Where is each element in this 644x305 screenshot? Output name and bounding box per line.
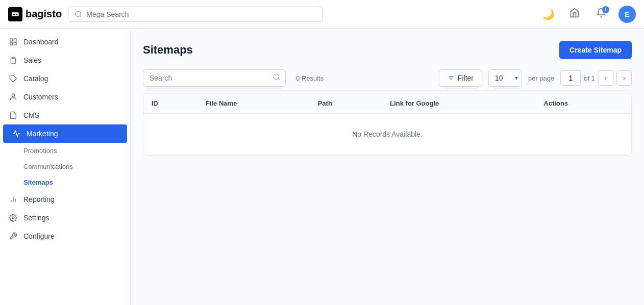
svg-point-0 — [76, 11, 81, 16]
svg-rect-2 — [14, 39, 16, 41]
notification-badge: 1 — [602, 6, 609, 13]
store-button[interactable] — [565, 5, 584, 23]
filter-icon — [448, 74, 455, 82]
svg-point-11 — [12, 217, 14, 219]
sidebar-label-dashboard: Dashboard — [23, 38, 59, 46]
sidebar: Dashboard Sales Catalog Customers CMS — [0, 29, 131, 305]
topnav-right: 🌙 1 E — [539, 5, 636, 23]
cms-icon — [8, 111, 18, 119]
sidebar-label-reporting: Reporting — [23, 195, 55, 204]
sidebar-label-cms: CMS — [23, 111, 39, 119]
settings-icon — [8, 214, 18, 222]
next-page-button[interactable]: › — [616, 70, 632, 86]
sidebar-item-customers[interactable]: Customers — [0, 88, 130, 106]
marketing-icon — [11, 130, 21, 138]
sidebar-item-catalog[interactable]: Catalog — [0, 69, 130, 88]
col-header-path: Path — [310, 93, 382, 114]
table-body: No Records Available. — [143, 114, 631, 155]
store-icon — [569, 8, 580, 20]
svg-rect-4 — [14, 42, 16, 45]
sidebar-label-customers: Customers — [23, 93, 58, 101]
sidebar-item-settings[interactable]: Settings — [0, 209, 130, 227]
notifications-button[interactable]: 1 — [592, 5, 610, 23]
page-number-input[interactable] — [560, 70, 581, 86]
col-header-file-name: File Name — [197, 93, 310, 114]
sidebar-item-dashboard[interactable]: Dashboard — [0, 33, 130, 51]
marketing-submenu: Promotions Communications Sitemaps — [0, 143, 130, 190]
search-wrap — [143, 69, 286, 87]
filter-button[interactable]: Filter — [439, 69, 482, 87]
pagination: of 1 ‹ › — [560, 70, 632, 86]
col-header-link-for-google: Link for Google — [382, 93, 535, 114]
search-input[interactable] — [143, 69, 286, 87]
sidebar-label-configure: Configure — [23, 232, 55, 240]
svg-point-7 — [12, 94, 14, 96]
page-title: Sitemaps — [143, 43, 193, 57]
search-icon — [75, 10, 82, 18]
catalog-icon — [8, 74, 18, 83]
col-header-actions: Actions — [536, 93, 631, 114]
no-records-message: No Records Available. — [352, 130, 422, 138]
sales-icon — [8, 56, 18, 64]
svg-rect-5 — [12, 57, 14, 59]
sidebar-label-sales: Sales — [23, 56, 41, 64]
sidebar-label-catalog: Catalog — [23, 74, 48, 83]
global-search-input[interactable] — [86, 10, 316, 18]
reporting-icon — [8, 195, 18, 204]
customers-icon — [8, 93, 18, 101]
data-table-wrap: ID File Name Path Link for Google Action… — [143, 93, 632, 156]
sidebar-item-cms[interactable]: CMS — [0, 106, 130, 124]
dark-mode-button[interactable]: 🌙 — [539, 5, 557, 23]
global-search-bar[interactable] — [68, 7, 323, 22]
sidebar-item-reporting[interactable]: Reporting — [0, 190, 130, 209]
svg-rect-3 — [10, 42, 13, 45]
create-sitemap-button[interactable]: Create Sitemap — [559, 41, 632, 59]
moon-icon: 🌙 — [542, 8, 555, 20]
layout: Dashboard Sales Catalog Customers CMS — [0, 29, 644, 305]
per-page-label: per page — [528, 74, 554, 82]
sidebar-item-sales[interactable]: Sales — [0, 51, 130, 69]
configure-icon — [8, 232, 18, 240]
svg-rect-1 — [10, 39, 13, 41]
logo-text: bagisto — [26, 8, 62, 20]
per-page-select[interactable]: 10 20 50 100 — [488, 69, 522, 87]
sidebar-label-marketing: Marketing — [27, 130, 58, 138]
dashboard-icon — [8, 38, 18, 46]
main-content: Sitemaps Create Sitemap 0 Results Filter — [131, 29, 644, 305]
filter-label: Filter — [458, 74, 474, 82]
submenu-item-communications[interactable]: Communications — [23, 159, 130, 174]
per-page-wrap: 10 20 50 100 — [488, 69, 522, 87]
page-header: Sitemaps Create Sitemap — [143, 41, 632, 59]
logo[interactable]: bagisto — [8, 7, 62, 21]
table-header-row: ID File Name Path Link for Google Action… — [143, 93, 631, 114]
topnav: bagisto 🌙 1 E — [0, 0, 644, 29]
table-head: ID File Name Path Link for Google Action… — [143, 93, 631, 114]
logo-icon — [8, 7, 22, 21]
sidebar-item-marketing[interactable]: Marketing — [3, 124, 127, 143]
empty-row: No Records Available. — [143, 114, 631, 155]
col-header-id: ID — [143, 93, 197, 114]
prev-page-button[interactable]: ‹ — [598, 70, 613, 86]
results-count: 0 Results — [296, 74, 324, 82]
page-of-label: of 1 — [584, 74, 595, 82]
toolbar: 0 Results Filter 10 20 50 100 per page — [143, 69, 632, 87]
sitemaps-table: ID File Name Path Link for Google Action… — [143, 93, 631, 155]
user-avatar-button[interactable]: E — [618, 6, 636, 23]
sidebar-label-settings: Settings — [23, 214, 49, 222]
submenu-item-sitemaps[interactable]: Sitemaps — [23, 174, 130, 190]
sidebar-item-configure[interactable]: Configure — [0, 227, 130, 245]
submenu-item-promotions[interactable]: Promotions — [23, 143, 130, 159]
